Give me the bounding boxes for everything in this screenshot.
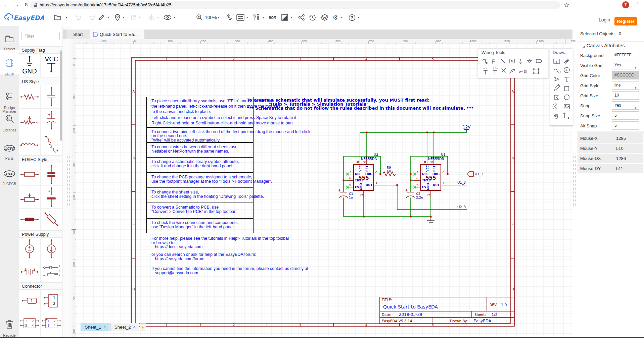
symbol-resistor-variable[interactable] bbox=[19, 109, 40, 132]
wiring-tools-minimize[interactable]: — bbox=[541, 50, 545, 54]
attr-input-background[interactable]: #FFFFFF bbox=[612, 51, 639, 59]
url-text[interactable]: https://easyeda.com/editor#id=817e5fbef0… bbox=[40, 2, 172, 7]
svg-text:1/2[interactable]: 1/2 bbox=[492, 313, 498, 317]
attr-input-grid-color[interactable]: #CCCCCC bbox=[612, 71, 639, 79]
edit-tool-caret[interactable]: ▾ bbox=[107, 13, 109, 21]
view-tool-icon[interactable] bbox=[164, 13, 172, 21]
zoom-caret[interactable]: ▾ bbox=[218, 13, 219, 21]
tab-start[interactable]: Start bbox=[66, 30, 90, 39]
symbol-voltage-source[interactable] bbox=[19, 238, 40, 260]
attr-input-grid-size[interactable]: 10 bbox=[612, 91, 639, 100]
tools-icon[interactable] bbox=[252, 13, 260, 21]
sidebar-item-eelib[interactable]: EELib bbox=[0, 50, 19, 74]
edit-tool-icon[interactable] bbox=[98, 13, 105, 21]
symbol-capacitor-polarized-us[interactable] bbox=[40, 109, 62, 132]
symbol-gnd[interactable]: GND bbox=[19, 54, 40, 78]
register-button[interactable]: Register bbox=[614, 17, 637, 25]
back-icon[interactable]: ← bbox=[3, 1, 10, 9]
drawing-tools-minimize[interactable]: — bbox=[567, 50, 571, 54]
sidebar-item-parts[interactable]: LCSC Parts bbox=[0, 141, 19, 160]
tools-caret[interactable]: ▾ bbox=[263, 13, 264, 21]
zoom-level[interactable]: 100% bbox=[205, 13, 217, 21]
reload-icon[interactable]: ↻ bbox=[23, 1, 30, 9]
attr-select-snap[interactable]: Yes▼ bbox=[612, 101, 639, 110]
symbol-audio-jack[interactable]: 132 bbox=[40, 260, 62, 282]
login-link[interactable]: Login bbox=[599, 17, 610, 22]
attributes-panel-icon[interactable] bbox=[236, 13, 244, 21]
netlabel-u1-3[interactable]: U1_3 bbox=[457, 181, 466, 185]
symbol-resistor-diagonal[interactable] bbox=[40, 132, 62, 156]
zoom-in-icon[interactable] bbox=[196, 13, 203, 21]
help-icon[interactable]: ? bbox=[349, 13, 356, 21]
place-tool-icon[interactable] bbox=[115, 13, 120, 21]
attr-input-snap-size[interactable]: 5 bbox=[612, 111, 639, 120]
symbol-inductor[interactable] bbox=[19, 132, 40, 156]
symbol-capacitor-us[interactable] bbox=[40, 85, 62, 109]
attr-select-visible-grid[interactable]: Yes▼ bbox=[612, 61, 639, 69]
resistor-r9[interactable]: R9 33k bbox=[383, 166, 399, 176]
gnd-symbol[interactable] bbox=[427, 217, 434, 224]
sidebar-item-libraries[interactable]: Libraries bbox=[0, 111, 19, 132]
eelib-scrollbar[interactable] bbox=[60, 50, 62, 141]
svg-text:2018-03-29[interactable]: 2018-03-29 bbox=[399, 312, 422, 317]
attributes-panel-caret[interactable]: ▾ bbox=[246, 13, 248, 21]
sidebar-item-design-manager[interactable]: Design Manager bbox=[0, 88, 19, 113]
canvas-attributes-header[interactable]: ◢ Canvas Attributes bbox=[577, 41, 644, 50]
drawing-tools-icons[interactable] bbox=[552, 58, 572, 125]
symbol-header-4pin-b[interactable]: 1234 bbox=[40, 312, 62, 334]
tab-quick-start[interactable]: Quick Start to Ea... bbox=[90, 30, 144, 39]
bookmark-star-icon[interactable] bbox=[564, 2, 569, 8]
layers-icon[interactable] bbox=[321, 13, 328, 21]
browser-menu-icon[interactable]: ⋮ bbox=[636, 1, 640, 4]
wiring-tools-icons[interactable]: N vcc +5v 1 bbox=[481, 57, 547, 76]
sidebar-item-recycle-bin[interactable]: Recycle Bin bbox=[0, 315, 19, 338]
theme-caret[interactable]: ▾ bbox=[291, 13, 292, 21]
settings-caret[interactable]: ▾ bbox=[340, 13, 342, 21]
forward-icon[interactable]: → bbox=[13, 1, 20, 9]
symbol-capacitor-eu[interactable] bbox=[40, 163, 62, 186]
netlabel-u2-3[interactable]: U2_3 bbox=[457, 205, 466, 209]
share-icon[interactable] bbox=[298, 13, 305, 21]
sheet-tab-2[interactable]: Sheet_2∧ bbox=[110, 323, 139, 331]
symbol-connector-2pin[interactable]: 12 bbox=[40, 290, 62, 312]
symbol-connector-1pin[interactable]: 1 bbox=[19, 290, 40, 312]
sidebar-item-project[interactable]: Project bbox=[0, 29, 19, 51]
bom-button[interactable]: BOM bbox=[269, 13, 276, 21]
symbol-battery[interactable]: 12 bbox=[19, 260, 40, 282]
file-menu-caret[interactable]: ▾ bbox=[66, 13, 67, 21]
capacitor-c1[interactable]: C1 1u bbox=[338, 189, 353, 199]
theme-icon[interactable] bbox=[281, 13, 288, 21]
attr-input-alt-snap[interactable]: 5 bbox=[612, 121, 639, 130]
avatar[interactable]: T bbox=[622, 1, 629, 8]
filter-input[interactable]: Filter bbox=[21, 32, 60, 40]
chip-u2[interactable]: U2 NE555DR 555 8 4 7 6 5 2 3 1 VCC RST D… bbox=[346, 153, 380, 197]
symbol-potentiometer-eu[interactable] bbox=[19, 186, 40, 209]
magic-wand-icon[interactable] bbox=[225, 13, 232, 21]
symbol-header-4pin[interactable]: 1234 bbox=[19, 312, 40, 334]
symbol-resistor-diagonal-eu[interactable] bbox=[40, 209, 62, 230]
symbol-vcc[interactable]: VCC bbox=[40, 54, 62, 78]
symbol-resistor-us[interactable] bbox=[19, 85, 40, 109]
add-sheet-button[interactable]: + bbox=[140, 323, 146, 331]
power-flag-12v[interactable]: 12V bbox=[463, 125, 471, 132]
help-caret[interactable]: ▾ bbox=[358, 13, 360, 21]
sidebar-item-jlcpcb[interactable]: J•LC JLCPCB bbox=[0, 166, 19, 186]
attr-select-grid-style[interactable]: line▼ bbox=[612, 81, 639, 90]
place-tool-caret[interactable]: ▾ bbox=[123, 13, 125, 21]
symbol-resistor-filled[interactable] bbox=[19, 209, 40, 230]
chip-u1[interactable]: U1 NE555DR 555 8 4 7 6 5 2 3 1 VCC RST D… bbox=[413, 153, 448, 197]
netport-u1-2[interactable]: U1_2 bbox=[467, 172, 483, 176]
symbol-resistor-eu[interactable] bbox=[19, 163, 40, 186]
symbol-current-source[interactable] bbox=[40, 238, 62, 260]
symbol-capacitor-polarized-eu[interactable] bbox=[40, 186, 62, 209]
easyeda-logo[interactable]: EasyEDA bbox=[3, 13, 44, 22]
file-menu-button[interactable] bbox=[54, 13, 61, 21]
svg-text:EasyEDA[interactable]: EasyEDA bbox=[473, 319, 492, 323]
sheet-tab-1[interactable]: Sheet_1∧ bbox=[81, 323, 109, 331]
history-icon[interactable] bbox=[309, 13, 316, 21]
settings-gear-icon[interactable]: ⚙ bbox=[332, 13, 338, 21]
view-tool-caret[interactable]: ▾ bbox=[174, 13, 175, 21]
left-splitter[interactable] bbox=[62, 26, 72, 338]
title-value[interactable]: Quick Start to EasyEDA bbox=[383, 304, 438, 309]
svg-text:1.0[interactable]: 1.0 bbox=[501, 303, 507, 307]
